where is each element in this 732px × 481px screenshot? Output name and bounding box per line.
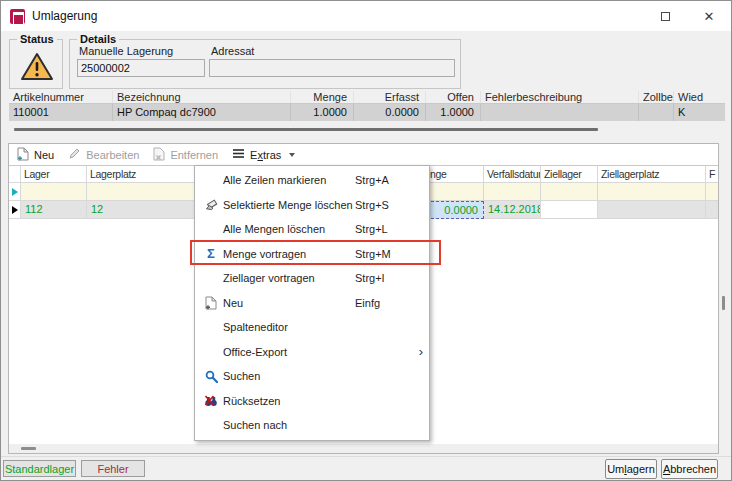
cell-verfallsdatum[interactable]: 14.12.2018 xyxy=(484,201,541,219)
column-header-menge[interactable]: Menge xyxy=(291,91,354,103)
entfernen-button-label: Entfernen xyxy=(170,149,218,161)
neu-button[interactable]: Neu xyxy=(14,144,65,165)
column-header-wied[interactable]: Wied xyxy=(674,91,725,103)
article-row-selected[interactable]: 110001 HP Compaq dc7900 1.0000 0.0000 1.… xyxy=(9,104,725,121)
column-header-bezeichnung[interactable]: Bezeichnung xyxy=(113,91,291,103)
column-header-ziellagerplatz[interactable]: Ziellagerplatz xyxy=(598,166,706,183)
cell-ziellager[interactable] xyxy=(541,201,598,219)
cell-bezeichnung: HP Compaq dc7900 xyxy=(113,104,291,121)
neu-button-label: Neu xyxy=(34,149,54,161)
chevron-down-icon xyxy=(289,153,295,157)
umlagern-button[interactable]: Umlagern xyxy=(605,459,657,479)
reset-search-icon xyxy=(199,394,223,407)
extras-context-menu: Alle Zeilen markieren Strg+A Selektierte… xyxy=(194,165,430,441)
filter-cell-verfallsdatum[interactable] xyxy=(484,183,541,201)
status-group-label: Status xyxy=(17,33,57,45)
current-row-indicator xyxy=(9,201,21,219)
abbrechen-button[interactable]: Abbrechen xyxy=(661,459,718,479)
menu-item-alle-zeilen-markieren[interactable]: Alle Zeilen markieren Strg+A xyxy=(195,168,429,193)
window-title: Umlagerung xyxy=(32,9,97,23)
filter-cell-lager[interactable] xyxy=(21,183,87,201)
menu-item-menge-vortragen[interactable]: Σ Menge vortragen Strg+M xyxy=(195,242,429,267)
grid-toolbar: Neu Bearbeiten Entfernen Extras xyxy=(9,144,718,166)
articles-table-header: Artikelnummer Bezeichnung Menge Erfasst … xyxy=(9,91,725,104)
close-button[interactable]: ✕ xyxy=(687,1,731,31)
positions-grid-vscrollbar-thumb[interactable] xyxy=(722,296,725,310)
umlagerung-dialog: Umlagerung ✕ Status Details Manuelle Lag… xyxy=(0,0,732,481)
filter-cell-f[interactable] xyxy=(706,183,718,201)
column-header-ziellager[interactable]: Ziellager xyxy=(541,166,598,183)
close-icon: ✕ xyxy=(704,10,715,23)
column-header-verfallsdatum[interactable]: Verfallsdatum xyxy=(484,166,541,183)
tab-fehler[interactable]: Fehler xyxy=(81,460,145,477)
details-group-label: Details xyxy=(77,33,119,45)
maximize-button[interactable] xyxy=(643,1,687,31)
column-header-erfasst[interactable]: Erfasst xyxy=(354,91,426,103)
status-groupbox: Status xyxy=(9,39,63,89)
current-row-arrow-icon xyxy=(12,206,18,214)
manuelle-lagerung-field[interactable]: 25000002 xyxy=(77,59,205,77)
positions-grid-hscrollbar-thumb[interactable] xyxy=(21,447,36,450)
delete-document-icon xyxy=(153,147,165,163)
sigma-icon: Σ xyxy=(199,246,223,261)
extras-button-label: Extras xyxy=(250,149,281,161)
adressat-label: Adressat xyxy=(211,45,254,57)
cell-artikelnummer: 110001 xyxy=(9,104,113,121)
filter-arrow-icon xyxy=(12,188,18,196)
titlebar: Umlagerung ✕ xyxy=(1,1,731,31)
cell-lager[interactable]: 112 xyxy=(21,201,87,219)
articles-table-hscrollbar-thumb[interactable] xyxy=(14,128,598,131)
menu-item-office-export[interactable]: Office-Export › xyxy=(195,340,429,365)
entfernen-button[interactable]: Entfernen xyxy=(150,144,229,165)
menu-item-spalteneditor[interactable]: Spalteneditor xyxy=(195,315,429,340)
maximize-icon xyxy=(661,12,670,21)
cell-erfasst: 0.0000 xyxy=(354,104,426,121)
column-header-lager[interactable]: Lager xyxy=(21,166,87,183)
bearbeiten-button-label: Bearbeiten xyxy=(86,149,139,161)
filter-cell-ziellager[interactable] xyxy=(541,183,598,201)
articles-table: Artikelnummer Bezeichnung Menge Erfasst … xyxy=(9,91,725,121)
row-indicator-header-cell xyxy=(9,166,21,183)
cell-wied: K xyxy=(674,104,725,121)
bearbeiten-button[interactable]: Bearbeiten xyxy=(65,144,150,165)
positions-grid-hscrollbar[interactable] xyxy=(9,444,718,453)
column-header-fehlerbeschreibung[interactable]: Fehlerbeschreibung xyxy=(481,91,639,103)
cell-ziellagerplatz[interactable] xyxy=(598,201,706,219)
column-header-zollbe[interactable]: Zollbe... xyxy=(639,91,674,103)
menu-item-selektierte-menge-loeschen[interactable]: Selektierte Menge löschen Strg+S xyxy=(195,193,429,218)
warning-icon xyxy=(20,52,54,84)
cell-zollbe xyxy=(639,104,674,121)
column-header-artikelnummer[interactable]: Artikelnummer xyxy=(9,91,113,103)
tab-standardlager[interactable]: Standardlager xyxy=(3,460,76,477)
column-header-f[interactable]: F xyxy=(706,166,718,183)
eraser-icon xyxy=(199,198,223,211)
new-document-icon xyxy=(199,296,223,310)
adressat-field[interactable] xyxy=(209,59,455,77)
menu-item-neu[interactable]: Neu Einfg xyxy=(195,291,429,316)
menu-item-ruecksetzen[interactable]: Rücksetzen xyxy=(195,389,429,414)
app-icon xyxy=(10,9,25,24)
cell-offen: 1.0000 xyxy=(426,104,481,121)
chevron-right-icon: › xyxy=(419,344,423,359)
footer-bar: Standardlager Fehler Umlagern Abbrechen xyxy=(1,456,731,480)
extras-button[interactable]: Extras xyxy=(229,144,306,165)
new-document-icon xyxy=(17,147,29,163)
cell-f[interactable] xyxy=(706,201,718,219)
manuelle-lagerung-label: Manuelle Lagerung xyxy=(79,45,173,57)
hamburger-icon xyxy=(232,148,245,161)
search-icon xyxy=(199,370,223,383)
pencil-icon xyxy=(68,147,81,162)
filter-cell-ziellagerplatz[interactable] xyxy=(598,183,706,201)
column-header-offen[interactable]: Offen xyxy=(426,91,481,103)
cell-fehlerbeschreibung xyxy=(481,104,639,121)
menu-item-alle-mengen-loeschen[interactable]: Alle Mengen löschen Strg+L xyxy=(195,217,429,242)
menu-item-suchen-nach[interactable]: Suchen nach xyxy=(195,413,429,438)
filter-row-indicator xyxy=(9,183,21,201)
menu-item-ziellager-vortragen[interactable]: Ziellager vortragen Strg+I xyxy=(195,266,429,291)
cell-menge: 1.0000 xyxy=(291,104,354,121)
menu-item-suchen[interactable]: Suchen xyxy=(195,364,429,389)
